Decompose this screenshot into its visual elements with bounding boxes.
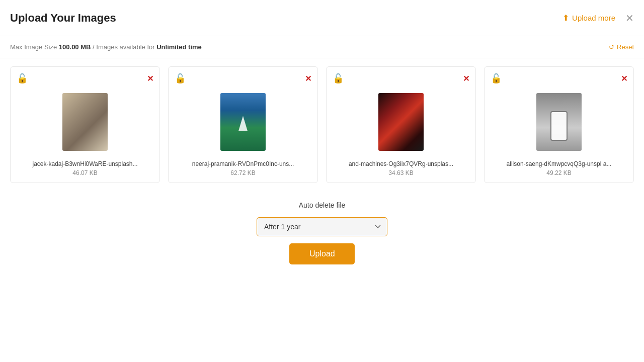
header: Upload Your Images ⬆ Upload more ✕	[0, 0, 644, 36]
lock-icon: 🔓	[175, 73, 186, 84]
image-thumbnail	[62, 93, 108, 151]
info-text: Max Image Size 100.00 MB / Images availa…	[10, 43, 202, 51]
card-top-bar: 🔓 ✕	[491, 73, 627, 84]
card-filesize: 62.72 KB	[175, 169, 311, 176]
bottom-section: Auto delete file After 1 yearAfter 6 mon…	[0, 191, 644, 264]
image-thumbnail	[378, 93, 424, 151]
lock-icon: 🔓	[17, 73, 28, 84]
image-card: 🔓 ✕ neeraj-pramanik-RVDnPmc0Inc-uns... 6…	[168, 66, 318, 183]
card-filename: and-machines-Og3iix7QVRg-unsplas...	[333, 160, 469, 167]
reset-button[interactable]: ↺ Reset	[609, 43, 634, 51]
card-top-bar: 🔓 ✕	[17, 73, 153, 84]
available-value: Unlimited time	[156, 43, 202, 51]
card-top-bar: 🔓 ✕	[175, 73, 311, 84]
auto-delete-select[interactable]: After 1 yearAfter 6 monthsAfter 3 months…	[257, 217, 387, 236]
image-thumbnail	[536, 93, 582, 151]
card-filesize: 46.07 KB	[17, 169, 153, 176]
remove-button-2[interactable]: ✕	[463, 74, 469, 83]
image-thumb-wrapper	[17, 89, 153, 154]
card-filename: jacek-kadaj-B3wnHi0WaRE-unsplash...	[17, 160, 153, 167]
card-filename: neeraj-pramanik-RVDnPmc0Inc-uns...	[175, 160, 311, 167]
close-button[interactable]: ✕	[625, 12, 634, 24]
page-title: Upload Your Images	[10, 12, 116, 25]
card-filesize: 49.22 KB	[491, 169, 627, 176]
upload-icon: ⬆	[562, 13, 569, 23]
card-top-bar: 🔓 ✕	[333, 73, 469, 84]
info-middle: / Images available for	[93, 43, 156, 51]
remove-button-1[interactable]: ✕	[305, 74, 311, 83]
header-actions: ⬆ Upload more ✕	[562, 12, 634, 24]
info-prefix: Max Image Size	[10, 43, 59, 51]
image-card: 🔓 ✕ and-machines-Og3iix7QVRg-unsplas... …	[326, 66, 476, 183]
card-filesize: 34.63 KB	[333, 169, 469, 176]
image-thumb-wrapper	[491, 89, 627, 154]
lock-icon: 🔓	[491, 73, 502, 84]
upload-more-button[interactable]: ⬆ Upload more	[562, 13, 615, 23]
image-thumb-wrapper	[175, 89, 311, 154]
auto-delete-label: Auto delete file	[299, 201, 346, 209]
image-card: 🔓 ✕ allison-saeng-dKmwpcvqQ3g-unspl a...…	[484, 66, 634, 183]
upload-more-label: Upload more	[572, 14, 615, 22]
reset-label: Reset	[617, 43, 634, 51]
max-size-value: 100.00 MB	[59, 43, 91, 51]
upload-button[interactable]: Upload	[289, 243, 355, 264]
image-card: 🔓 ✕ jacek-kadaj-B3wnHi0WaRE-unsplash... …	[10, 66, 160, 183]
card-filename: allison-saeng-dKmwpcvqQ3g-unspl a...	[491, 160, 627, 167]
select-wrapper: After 1 yearAfter 6 monthsAfter 3 months…	[257, 217, 387, 236]
lock-icon: 🔓	[333, 73, 344, 84]
reset-icon: ↺	[609, 43, 614, 51]
images-grid: 🔓 ✕ jacek-kadaj-B3wnHi0WaRE-unsplash... …	[0, 58, 644, 191]
remove-button-0[interactable]: ✕	[147, 74, 153, 83]
image-thumbnail	[220, 93, 266, 151]
remove-button-3[interactable]: ✕	[621, 74, 627, 83]
info-bar: Max Image Size 100.00 MB / Images availa…	[0, 36, 644, 58]
image-thumb-wrapper	[333, 89, 469, 154]
